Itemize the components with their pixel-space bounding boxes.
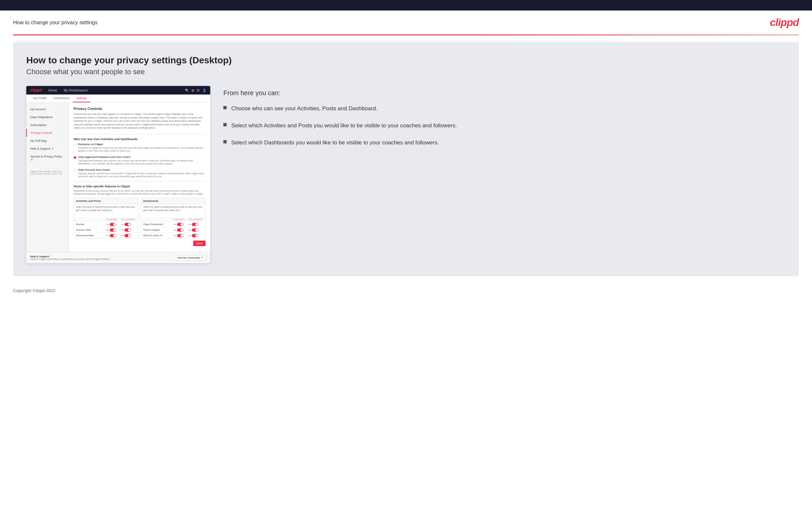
bullet-item-3: Select which Dashboards you would like t… bbox=[223, 139, 786, 147]
bullet-item-2: Select which Activities and Posts you wo… bbox=[223, 122, 786, 130]
visit-community-label: Visit Our Community bbox=[177, 256, 200, 259]
sidebar-label-help: Help & Support ↗ bbox=[30, 147, 54, 150]
toggle-rounds-coaches[interactable]: ON bbox=[106, 223, 121, 226]
toggle-pd-coaches[interactable]: ON bbox=[173, 223, 189, 226]
app-nav-performance: My Performance bbox=[64, 89, 88, 92]
divider-2 bbox=[73, 181, 206, 181]
radio-desc-coach-only: Only you and the coaches you connect wit… bbox=[78, 172, 206, 178]
sidebar-item-privacy-policy[interactable]: Service & Privacy Policy ↗ bbox=[26, 153, 69, 164]
radio-everyone[interactable]: Everyone on Clippd Everyone on Clippd ca… bbox=[73, 143, 206, 152]
sidebar-label-data: Data Integrations bbox=[30, 115, 53, 119]
app-logo: clippd bbox=[30, 88, 42, 93]
activities-desc: Select the types of activity that you'd … bbox=[74, 204, 138, 213]
toggle-pd-followers[interactable]: ON bbox=[188, 223, 203, 226]
switch-rounds-followers[interactable] bbox=[124, 223, 131, 226]
toggle-practice-coaches[interactable]: ON bbox=[106, 228, 121, 232]
tab-my-profile[interactable]: My Profile bbox=[30, 95, 50, 102]
chevron-icon: › bbox=[64, 139, 65, 143]
sidebar-label-account: My Account bbox=[30, 108, 46, 111]
switch-pd-followers[interactable] bbox=[192, 223, 198, 226]
sidebar-item-privacy[interactable]: Privacy Controls › bbox=[26, 129, 69, 137]
toggle-manual-followers[interactable]: ON bbox=[121, 234, 136, 237]
radio-desc-everyone: Everyone on Clippd can search for you an… bbox=[78, 146, 206, 152]
toggle-wtwo-followers[interactable]: ON bbox=[188, 234, 203, 237]
app-sidebar: My Account › Data Integrations › Subscri… bbox=[26, 103, 69, 252]
switch-manual-followers[interactable] bbox=[124, 234, 131, 237]
footer: Copyright Clippd 2022 bbox=[0, 283, 812, 298]
col-activity bbox=[76, 218, 106, 221]
bullet-square-2 bbox=[223, 123, 226, 126]
dashboards-desc: Select the types of activity that you'd … bbox=[141, 204, 205, 213]
col-followers-label: FOLLOWERS bbox=[121, 218, 136, 221]
toggle-wtwo-coaches[interactable]: ON bbox=[173, 234, 189, 237]
switch-pd-coaches[interactable] bbox=[177, 223, 184, 226]
sidebar-item-help[interactable]: Help & Support ↗ bbox=[26, 145, 69, 153]
radio-followers[interactable]: Only Approved Followers and Your Coach O… bbox=[73, 156, 206, 165]
toggle-row-round-insights: Round Insights ON ON bbox=[141, 227, 205, 233]
radio-coach-only[interactable]: Only You and Your Coach Only you and the… bbox=[73, 168, 206, 178]
toggle-ri-followers[interactable]: ON bbox=[188, 228, 203, 232]
radio-circle-coach-only bbox=[73, 169, 76, 172]
toggle-row-player-dashboard: Player Dashboard ON ON bbox=[141, 222, 205, 227]
who-can-see-title: Who Can See Your Activities and Dashboar… bbox=[73, 137, 206, 141]
activities-table: Activities and Posts Select the types of… bbox=[73, 198, 138, 238]
toggle-row-what-to-work-on: What To Work On ON ON bbox=[141, 233, 205, 238]
switch-wtwo-followers[interactable] bbox=[192, 234, 198, 237]
switch-ri-followers[interactable] bbox=[192, 228, 198, 232]
sidebar-item-subscription[interactable]: Subscription › bbox=[26, 121, 69, 129]
switch-practice-coaches[interactable] bbox=[110, 228, 116, 232]
tab-settings[interactable]: Settings bbox=[73, 95, 90, 102]
privacy-controls-title: Privacy Controls bbox=[73, 107, 206, 111]
sidebar-label-policy: Service & Privacy Policy ↗ bbox=[30, 155, 65, 161]
divider bbox=[13, 35, 799, 36]
page-heading: How to change your privacy settings (Des… bbox=[26, 55, 786, 66]
toggle-label-rounds: Rounds bbox=[76, 223, 106, 226]
chevron-icon: › bbox=[64, 108, 65, 111]
toggle-practice-followers[interactable]: ON bbox=[121, 228, 136, 232]
app-body: My Account › Data Integrations › Subscri… bbox=[26, 103, 210, 252]
app-nav-icons: 🔍 ⊞ ⚙ 👤 bbox=[185, 89, 206, 92]
radio-label-everyone: Everyone on Clippd bbox=[78, 143, 206, 146]
radio-label-coach-only: Only You and Your Coach bbox=[78, 168, 206, 171]
tab-connections[interactable]: Connections bbox=[50, 95, 73, 102]
save-btn-row: Save bbox=[73, 238, 206, 248]
radio-content-coach-only: Only You and Your Coach Only you and the… bbox=[78, 168, 206, 178]
save-button[interactable]: Save bbox=[193, 240, 206, 246]
col-followers-d-label: FOLLOWERS bbox=[188, 218, 203, 221]
show-hide-section: Show or hide specific features in Clippd… bbox=[73, 185, 206, 238]
toggle-row-manual: Manual Activities ON ON bbox=[74, 233, 138, 238]
app-screenshot: clippd Home My Performance 🔍 ⊞ ⚙ 👤 My Pr… bbox=[26, 86, 210, 263]
sidebar-item-data[interactable]: Data Integrations › bbox=[26, 113, 69, 121]
toggle-ri-coaches[interactable]: ON bbox=[173, 228, 189, 232]
toggle-row-rounds: Rounds ON ON bbox=[74, 222, 138, 227]
toggle-tables: Activities and Posts Select the types of… bbox=[73, 198, 206, 238]
visit-community-button[interactable]: Visit Our Community ↗ bbox=[174, 255, 206, 261]
privacy-controls-desc: Control how you and your data appears to… bbox=[73, 113, 206, 130]
header: How to change your privacy settings clip… bbox=[0, 10, 812, 35]
radio-desc-followers: Only approved followers and coaches you … bbox=[78, 159, 206, 165]
switch-practice-followers[interactable] bbox=[124, 228, 131, 232]
sidebar-item-golfbag[interactable]: My Golf Bag › bbox=[26, 137, 69, 145]
toggle-manual-coaches[interactable]: ON bbox=[106, 234, 121, 237]
radio-label-followers: Only Approved Followers and Your Coach bbox=[78, 156, 206, 159]
divider-1 bbox=[73, 134, 206, 134]
app-main-area: Privacy Controls Control how you and you… bbox=[69, 103, 210, 252]
switch-manual-coaches[interactable] bbox=[110, 234, 116, 237]
switch-ri-coaches[interactable] bbox=[177, 228, 184, 232]
bullet-text-1: Choose who can see your Activities, Post… bbox=[231, 105, 377, 113]
toggle-rounds-followers[interactable]: ON bbox=[121, 223, 136, 226]
help-title: Help & Support bbox=[30, 255, 110, 258]
app-nav: clippd Home My Performance 🔍 ⊞ ⚙ 👤 bbox=[26, 86, 210, 95]
sidebar-item-account[interactable]: My Account › bbox=[26, 105, 69, 113]
chevron-icon: › bbox=[64, 124, 65, 127]
content-row: clippd Home My Performance 🔍 ⊞ ⚙ 👤 My Pr… bbox=[26, 86, 786, 263]
switch-wtwo-coaches[interactable] bbox=[177, 234, 184, 237]
sidebar-label-subscription: Subscription bbox=[30, 123, 47, 127]
bullet-text-2: Select which Activities and Posts you wo… bbox=[231, 122, 457, 130]
app-tabs: My Profile Connections Settings bbox=[26, 95, 210, 103]
switch-rounds-coaches[interactable] bbox=[110, 223, 116, 226]
header-title: How to change your privacy settings bbox=[13, 20, 98, 25]
col-coaches-label: COACHES bbox=[106, 218, 121, 221]
dashboards-table: Dashboards Select the types of activity … bbox=[141, 198, 206, 238]
show-hide-desc: Regardless of the privacy controls that … bbox=[73, 189, 206, 195]
